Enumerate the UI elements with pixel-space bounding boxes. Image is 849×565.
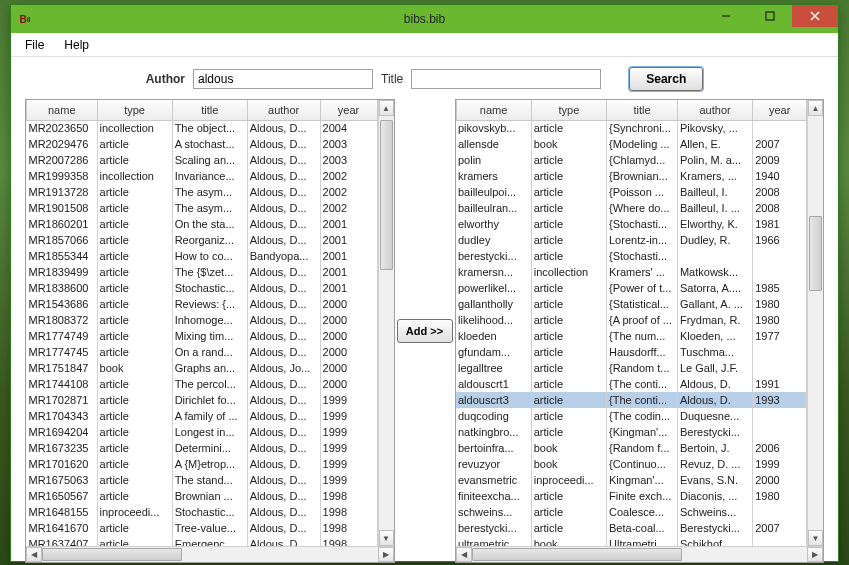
- table-row[interactable]: gfundam...articleHausdorff...Tuschma...: [456, 344, 807, 360]
- scroll-thumb[interactable]: [42, 548, 182, 561]
- table-row[interactable]: legalltreearticle{Random t...Le Gall, J.…: [456, 360, 807, 376]
- table-row[interactable]: kramersn...incollectionKramers' ...Matko…: [456, 264, 807, 280]
- col-author[interactable]: author: [247, 100, 320, 120]
- scroll-up-icon[interactable]: ▲: [379, 100, 394, 116]
- menu-file[interactable]: File: [17, 35, 52, 55]
- table-row[interactable]: aldouscrt1article{The conti...Aldous, D.…: [456, 376, 807, 392]
- table-row[interactable]: MR1860201articleOn the sta...Aldous, D..…: [27, 216, 378, 232]
- table-row[interactable]: MR1648155inproceedi...Stochastic...Aldou…: [27, 504, 378, 520]
- maximize-button[interactable]: [748, 5, 792, 27]
- col-title[interactable]: title: [607, 100, 678, 120]
- table-row[interactable]: gallanthollyarticle{Statistical...Gallan…: [456, 296, 807, 312]
- table-row[interactable]: finiteexcha...articleFinite exch...Diaco…: [456, 488, 807, 504]
- cell-year: [753, 424, 807, 440]
- table-row[interactable]: MR1999358incollectionInvariance...Aldous…: [27, 168, 378, 184]
- table-row[interactable]: ultrametricbookUltrametri...Schikhof ...: [456, 536, 807, 546]
- scroll-thumb[interactable]: [380, 120, 393, 270]
- cell-type: article: [531, 184, 606, 200]
- table-row[interactable]: MR1673235articleDetermini...Aldous, D...…: [27, 440, 378, 456]
- table-row[interactable]: MR1702871articleDirichlet fo...Aldous, D…: [27, 392, 378, 408]
- table-row[interactable]: likelihood...article{A proof of ...Frydm…: [456, 312, 807, 328]
- close-button[interactable]: [792, 5, 838, 27]
- table-row[interactable]: bertoinfra...book{Random f...Bertoin, J.…: [456, 440, 807, 456]
- table-row[interactable]: MR1543686articleReviews: {...Aldous, D..…: [27, 296, 378, 312]
- table-row[interactable]: evansmetricinproceedi...Kingman'...Evans…: [456, 472, 807, 488]
- table-row[interactable]: berestycki...articleBeta-coal...Berestyc…: [456, 520, 807, 536]
- col-type[interactable]: type: [97, 100, 172, 120]
- scroll-thumb[interactable]: [472, 548, 682, 561]
- table-row[interactable]: MR1694204articleLongest in...Aldous, D..…: [27, 424, 378, 440]
- cell-author: Allen, E.: [677, 136, 752, 152]
- col-year[interactable]: year: [753, 100, 807, 120]
- table-row[interactable]: MR2023650incollectionThe object...Aldous…: [27, 120, 378, 136]
- table-row[interactable]: powerlikel...article{Power of t...Satorr…: [456, 280, 807, 296]
- main-area: name type title author year MR2023650inc…: [11, 99, 838, 565]
- table-row[interactable]: MR1704343articleA family of ...Aldous, D…: [27, 408, 378, 424]
- table-row[interactable]: MR1701620articleA {M}etrop...Aldous, D.1…: [27, 456, 378, 472]
- col-author[interactable]: author: [677, 100, 752, 120]
- cell-year: 1985: [753, 280, 807, 296]
- scroll-left-icon[interactable]: ◀: [26, 547, 42, 562]
- cell-type: article: [531, 520, 606, 536]
- table-row[interactable]: MR1675063articleThe stand...Aldous, D...…: [27, 472, 378, 488]
- table-row[interactable]: MR1650567articleBrownian ...Aldous, D...…: [27, 488, 378, 504]
- right-table[interactable]: name type title author year pikovskyb...…: [456, 100, 808, 546]
- table-row[interactable]: kramersarticle{Brownian...Kramers, ...19…: [456, 168, 807, 184]
- table-row[interactable]: MR1808372articleInhomoge...Aldous, D...2…: [27, 312, 378, 328]
- col-name[interactable]: name: [456, 100, 531, 120]
- left-hscrollbar[interactable]: ◀ ▶: [26, 546, 394, 562]
- table-row[interactable]: MR1744108articleThe percol...Aldous, D..…: [27, 376, 378, 392]
- minimize-button[interactable]: [704, 5, 748, 27]
- scroll-down-icon[interactable]: ▼: [379, 530, 394, 546]
- left-vscrollbar[interactable]: ▲ ▼: [378, 100, 394, 546]
- titlebar[interactable]: BII bibs.bib: [11, 5, 838, 33]
- col-title[interactable]: title: [172, 100, 247, 120]
- table-row[interactable]: MR1855344articleHow to co...Bandyopa...2…: [27, 248, 378, 264]
- table-row[interactable]: MR1901508articleThe asym...Aldous, D...2…: [27, 200, 378, 216]
- scroll-right-icon[interactable]: ▶: [378, 547, 394, 562]
- table-row[interactable]: allensdebook{Modeling ...Allen, E.2007: [456, 136, 807, 152]
- table-row[interactable]: polinarticle{Chlamyd...Polin, M. a...200…: [456, 152, 807, 168]
- scroll-down-icon[interactable]: ▼: [808, 530, 823, 546]
- table-row[interactable]: schweins...articleCoalesce...Schweins...: [456, 504, 807, 520]
- right-vscrollbar[interactable]: ▲ ▼: [807, 100, 823, 546]
- author-input[interactable]: [193, 69, 373, 89]
- menu-help[interactable]: Help: [56, 35, 97, 55]
- table-row[interactable]: MR1637407articleEmergenc...Aldous, D...1…: [27, 536, 378, 546]
- table-row[interactable]: dudleyarticleLorentz-in...Dudley, R.1966: [456, 232, 807, 248]
- table-row[interactable]: MR1774745articleOn a rand...Aldous, D...…: [27, 344, 378, 360]
- scroll-right-icon[interactable]: ▶: [807, 547, 823, 562]
- left-table[interactable]: name type title author year MR2023650inc…: [26, 100, 378, 546]
- table-row[interactable]: MR1913728articleThe asym...Aldous, D...2…: [27, 184, 378, 200]
- search-button[interactable]: Search: [629, 67, 703, 91]
- right-hscrollbar[interactable]: ◀ ▶: [456, 546, 824, 562]
- col-type[interactable]: type: [531, 100, 606, 120]
- table-row[interactable]: duqcodingarticle{The codin...Duquesne...: [456, 408, 807, 424]
- title-input[interactable]: [411, 69, 601, 89]
- table-row[interactable]: pikovskyb...article{Synchroni...Pikovsky…: [456, 120, 807, 136]
- table-row[interactable]: MR1838600articleStochastic...Aldous, D..…: [27, 280, 378, 296]
- scroll-left-icon[interactable]: ◀: [456, 547, 472, 562]
- scroll-thumb[interactable]: [809, 216, 822, 291]
- table-row[interactable]: MR1774749articleMixing tim...Aldous, D..…: [27, 328, 378, 344]
- table-row[interactable]: elworthyarticle{Stochasti...Elworthy, K.…: [456, 216, 807, 232]
- col-name[interactable]: name: [27, 100, 98, 120]
- table-row[interactable]: natkingbro...article{Kingman'...Berestyc…: [456, 424, 807, 440]
- table-row[interactable]: MR2007286articleScaling an...Aldous, D..…: [27, 152, 378, 168]
- scroll-up-icon[interactable]: ▲: [808, 100, 823, 116]
- table-row[interactable]: kloedenarticle{The num...Kloeden, ...197…: [456, 328, 807, 344]
- table-row[interactable]: revuzyorbook{Continuo...Revuz, D. ...199…: [456, 456, 807, 472]
- cell-name: MR1999358: [27, 168, 98, 184]
- table-row[interactable]: MR1641670articleTree-value...Aldous, D..…: [27, 520, 378, 536]
- table-row[interactable]: MR1857066articleReorganiz...Aldous, D...…: [27, 232, 378, 248]
- table-row[interactable]: bailleulpoi...article{Poisson ...Bailleu…: [456, 184, 807, 200]
- table-row[interactable]: MR1751847bookGraphs an...Aldous, Jo...20…: [27, 360, 378, 376]
- cell-year: [753, 360, 807, 376]
- add-button[interactable]: Add >>: [397, 319, 453, 343]
- table-row[interactable]: aldouscrt3article{The conti...Aldous, D.…: [456, 392, 807, 408]
- table-row[interactable]: MR2029476articleA stochast...Aldous, D..…: [27, 136, 378, 152]
- table-row[interactable]: bailleulran...article{Where do...Bailleu…: [456, 200, 807, 216]
- table-row[interactable]: berestycki...article{Stochasti...: [456, 248, 807, 264]
- col-year[interactable]: year: [320, 100, 377, 120]
- table-row[interactable]: MR1839499articleThe {$\zet...Aldous, D..…: [27, 264, 378, 280]
